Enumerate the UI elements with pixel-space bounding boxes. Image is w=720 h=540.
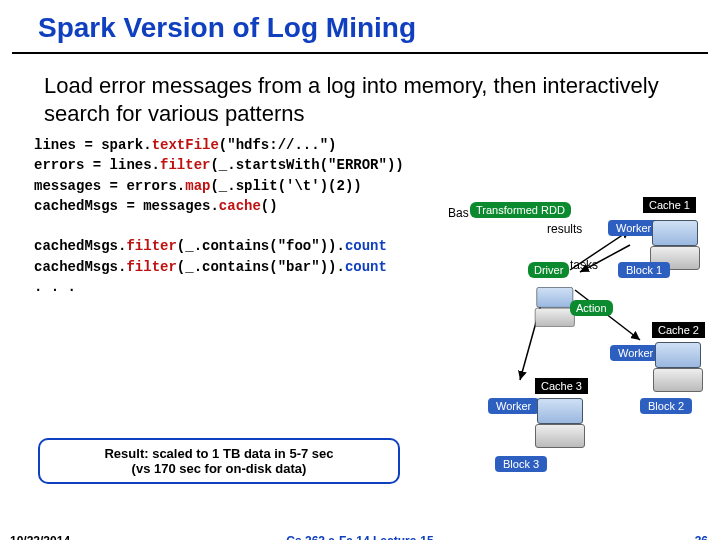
label-cache2: Cache 2 <box>652 322 705 338</box>
label-tasks: tasks <box>570 258 598 272</box>
code-line: lines = spark.textFile("hdfs://...") <box>34 137 336 153</box>
label-action: Action <box>570 300 613 316</box>
code-line: errors = lines.filter(_.startsWith("ERRO… <box>34 157 404 173</box>
label-bas: Bas <box>448 206 469 220</box>
footer-page-number: 36 <box>695 534 708 540</box>
label-block1: Block 1 <box>618 262 670 278</box>
code-line: cachedMsgs = messages.cache() <box>34 198 278 214</box>
code-line: . . . <box>34 279 76 295</box>
label-cache1: Cache 1 <box>643 197 696 213</box>
footer-date: 10/22/2014 <box>10 534 70 540</box>
label-cache3: Cache 3 <box>535 378 588 394</box>
server-icon <box>535 398 583 448</box>
label-driver: Driver <box>528 262 569 278</box>
code-line: cachedMsgs.filter(_.contains("foo")).cou… <box>34 238 387 254</box>
footer-course: Cs 262 a-Fa 14 Lecture-15 <box>286 534 433 540</box>
label-block2: Block 2 <box>640 398 692 414</box>
cluster-diagram: Bas Transformed RDD Cache 1 results Work… <box>440 200 720 480</box>
label-worker-3: Worker <box>488 398 539 414</box>
code-line: cachedMsgs.filter(_.contains("bar")).cou… <box>34 259 387 275</box>
code-line: messages = errors.map(_.split('\t')(2)) <box>34 178 362 194</box>
server-icon <box>653 342 701 392</box>
label-transformed-rdd: Transformed RDD <box>470 202 571 218</box>
slide-title: Spark Version of Log Mining <box>0 0 720 48</box>
result-callout: Result: scaled to 1 TB data in 5-7 sec(v… <box>38 438 400 484</box>
server-icon <box>535 287 573 327</box>
label-block3: Block 3 <box>495 456 547 472</box>
label-results: results <box>547 222 582 236</box>
slide-subtitle: Load error messages from a log into memo… <box>0 54 720 135</box>
